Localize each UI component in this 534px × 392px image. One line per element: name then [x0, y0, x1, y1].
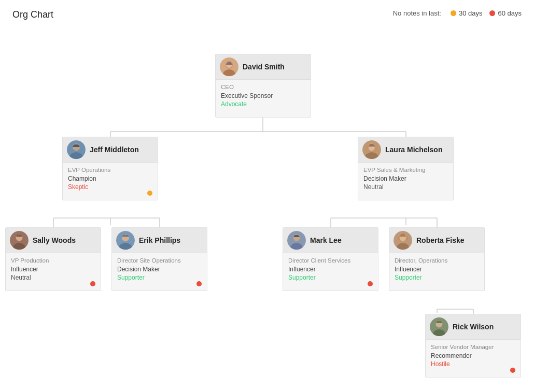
- card-header-erik: Erik Phillips: [112, 228, 207, 253]
- person-card-erik[interactable]: Erik Phillips Director Site Operations D…: [111, 227, 207, 291]
- card-dot-sally: [90, 281, 95, 286]
- person-card-rick[interactable]: Rick Wilson Senior Vendor Manager Recomm…: [425, 314, 521, 378]
- avatar-laura: [362, 140, 381, 159]
- card-name-sally: Sally Woods: [33, 236, 76, 245]
- card-body-laura: EVP Sales & Marketing Decision Maker Neu…: [358, 163, 453, 200]
- card-body-erik: Director Site Operations Decision Maker …: [112, 253, 207, 291]
- avatar-roberta: [394, 231, 412, 250]
- card-dot-mark: [368, 281, 373, 286]
- card-sentiment-mark: Supporter: [288, 274, 373, 281]
- card-sentiment-rick: Hostile: [431, 360, 515, 368]
- page-title: Org Chart: [12, 9, 53, 20]
- card-name-mark: Mark Lee: [310, 236, 342, 245]
- card-name-erik: Erik Phillips: [139, 236, 180, 245]
- legend-60-label: 60 days: [498, 9, 522, 17]
- card-type-laura: Decision Maker: [363, 175, 448, 182]
- card-header-sally: Sally Woods: [6, 228, 101, 253]
- card-type-sally: Influencer: [11, 266, 95, 273]
- card-type-david: Executive Sponsor: [221, 92, 305, 99]
- card-dot-rick: [510, 368, 515, 373]
- card-body-roberta: Director, Operations Influencer Supporte…: [389, 253, 484, 291]
- card-sentiment-jeff: Skeptic: [68, 183, 152, 191]
- card-body-david: CEO Executive Sponsor Advocate: [216, 80, 311, 117]
- card-name-david: David Smith: [243, 63, 285, 71]
- card-header-jeff: Jeff Middleton: [63, 137, 158, 163]
- card-header-laura: Laura Michelson: [358, 137, 453, 163]
- card-role-laura: EVP Sales & Marketing: [363, 167, 448, 173]
- legend-30-label: 30 days: [459, 9, 483, 17]
- dot-30-icon: [451, 10, 456, 16]
- avatar-erik: [116, 231, 135, 250]
- svg-point-40: [406, 236, 409, 240]
- person-card-jeff[interactable]: Jeff Middleton EVP Operations Champion S…: [62, 137, 158, 200]
- legend-label: No notes in last:: [393, 9, 441, 17]
- card-sentiment-david: Advocate: [221, 100, 305, 108]
- card-body-sally: VP Production Influencer Neutral: [6, 253, 101, 291]
- card-role-sally: VP Production: [11, 257, 95, 264]
- card-name-jeff: Jeff Middleton: [90, 146, 139, 154]
- card-body-rick: Senior Vendor Manager Recommender Hostil…: [426, 340, 521, 377]
- card-type-mark: Influencer: [288, 266, 373, 273]
- card-header-mark: Mark Lee: [283, 228, 378, 253]
- card-name-roberta: Roberta Fiske: [416, 236, 465, 245]
- avatar-sally: [10, 231, 29, 250]
- card-role-roberta: Director, Operations: [395, 257, 479, 264]
- card-name-rick: Rick Wilson: [453, 323, 494, 331]
- card-role-jeff: EVP Operations: [68, 167, 152, 173]
- svg-point-25: [366, 146, 369, 151]
- card-sentiment-roberta: Supporter: [395, 274, 479, 281]
- person-card-david[interactable]: David Smith CEO Executive Sponsor Advoca…: [215, 54, 311, 118]
- card-type-erik: Decision Maker: [117, 266, 202, 273]
- card-role-rick: Senior Vendor Manager: [431, 344, 515, 350]
- card-header-rick: Rick Wilson: [426, 314, 521, 340]
- legend: No notes in last: 30 days 60 days: [393, 9, 522, 17]
- avatar-mark: [287, 231, 306, 250]
- card-dot-jeff: [147, 191, 152, 196]
- card-type-jeff: Champion: [68, 175, 152, 182]
- legend-item-60: 60 days: [489, 9, 522, 17]
- person-card-mark[interactable]: Mark Lee Director Client Services Influe…: [283, 227, 378, 291]
- avatar-rick: [430, 317, 448, 336]
- card-sentiment-sally: Neutral: [11, 274, 95, 281]
- person-card-roberta[interactable]: Roberta Fiske Director, Operations Influ…: [389, 227, 485, 291]
- svg-point-39: [398, 236, 400, 240]
- org-chart: David Smith CEO Executive Sponsor Advoca…: [0, 25, 534, 388]
- avatar-david: [220, 57, 238, 76]
- card-type-roberta: Influencer: [395, 266, 479, 273]
- legend-item-30: 30 days: [451, 9, 483, 17]
- person-card-sally[interactable]: Sally Woods VP Production Influencer Neu…: [5, 227, 101, 291]
- card-role-david: CEO: [221, 84, 305, 90]
- card-body-mark: Director Client Services Influencer Supp…: [283, 253, 378, 291]
- card-role-erik: Director Site Operations: [117, 257, 202, 264]
- card-role-mark: Director Client Services: [288, 257, 373, 264]
- page-header: Org Chart No notes in last: 30 days 60 d…: [0, 0, 534, 20]
- avatar-jeff: [67, 140, 86, 159]
- person-card-laura[interactable]: Laura Michelson EVP Sales & Marketing De…: [358, 137, 454, 200]
- card-header-roberta: Roberta Fiske: [389, 228, 484, 253]
- card-body-jeff: EVP Operations Champion Skeptic: [63, 163, 158, 200]
- card-sentiment-laura: Neutral: [363, 183, 448, 191]
- card-header-david: David Smith: [216, 54, 311, 80]
- card-dot-erik: [196, 281, 202, 286]
- card-type-rick: Recommender: [431, 352, 515, 359]
- card-sentiment-erik: Supporter: [117, 274, 202, 281]
- card-name-laura: Laura Michelson: [385, 146, 442, 154]
- dot-60-icon: [489, 10, 495, 16]
- svg-point-26: [374, 146, 377, 151]
